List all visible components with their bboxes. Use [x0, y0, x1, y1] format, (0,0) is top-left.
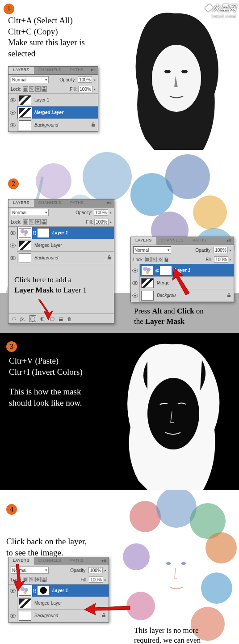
fill-input[interactable]: 100%: [89, 576, 103, 583]
fill-input[interactable]: 100%: [78, 86, 92, 92]
lock-position-icon[interactable]: ✥: [158, 257, 163, 262]
visibility-toggle-icon[interactable]: [8, 94, 17, 106]
step-1-instructions: Cltr+A (Select All) Cltr+C (Copy) Make s…: [8, 15, 85, 59]
lock-transparency-icon[interactable]: ▦: [23, 219, 28, 225]
opacity-input[interactable]: 100%: [78, 76, 92, 83]
visibility-toggle-icon[interactable]: [8, 106, 17, 119]
add-mask-icon[interactable]: ◯: [29, 315, 36, 322]
panel-menu-icon[interactable]: ▾≡: [88, 67, 98, 74]
visibility-toggle-icon[interactable]: [8, 252, 17, 264]
watercolor-portrait-image: [105, 490, 239, 644]
tab-channels[interactable]: CHANNELS: [34, 557, 66, 565]
visibility-toggle-icon[interactable]: [131, 264, 140, 277]
layer-row[interactable]: Merged Layer: [8, 239, 114, 252]
step-3-instructions: Cltr+V (Paste) Cltr+I (Invert Colors) Th…: [9, 356, 83, 409]
layer-thumbnail[interactable]: [19, 95, 31, 105]
inverted-mask-image: [103, 333, 239, 490]
layer-thumbnail[interactable]: [141, 278, 154, 288]
lock-all-icon[interactable]: [164, 257, 169, 262]
panel-menu-icon[interactable]: ▾≡: [224, 237, 234, 245]
svg-point-23: [205, 532, 237, 564]
lock-position-icon[interactable]: ✥: [35, 219, 41, 225]
lock-pixels-icon[interactable]: ✎: [29, 219, 34, 225]
lock-icon: [107, 255, 114, 260]
lock-pixels-icon[interactable]: ✎: [151, 257, 157, 262]
step-3-badge: 3: [6, 341, 17, 352]
layer-row[interactable]: Background: [8, 252, 114, 264]
layer-thumbnail[interactable]: [19, 598, 31, 608]
mask-link-icon[interactable]: ⛓: [33, 589, 36, 593]
step-4-badge: 4: [6, 504, 17, 515]
fill-input[interactable]: 100%: [214, 256, 228, 263]
tab-channels[interactable]: CHANNELS: [34, 67, 66, 74]
layer-row[interactable]: Background: [8, 119, 98, 131]
layer-thumbnail[interactable]: [141, 291, 154, 301]
blend-mode-select[interactable]: Normal: [11, 209, 49, 216]
step-2-badge: 2: [8, 178, 19, 189]
visibility-toggle-icon[interactable]: [131, 289, 140, 302]
svg-point-25: [201, 572, 232, 604]
lock-transparency-icon[interactable]: ▦: [23, 86, 28, 92]
visibility-toggle-icon[interactable]: [8, 610, 17, 622]
tab-layers[interactable]: LAYERS: [131, 237, 156, 245]
step-4-note: This layer is no more required, we can e…: [134, 626, 201, 644]
new-layer-icon[interactable]: ⬓: [59, 316, 63, 322]
opacity-input[interactable]: 100%: [214, 247, 228, 253]
visibility-toggle-icon[interactable]: [8, 239, 17, 252]
visibility-toggle-icon[interactable]: [131, 277, 140, 289]
opacity-input[interactable]: 100%: [88, 567, 103, 573]
svg-point-4: [152, 45, 201, 112]
panel-menu-icon[interactable]: ▾≡: [105, 199, 114, 207]
tab-channels[interactable]: CHANNELS: [34, 199, 66, 207]
layer-thumbnail[interactable]: [19, 228, 31, 238]
mask-link-icon[interactable]: ⛓: [33, 231, 36, 235]
lock-all-icon[interactable]: [42, 577, 47, 582]
lock-icon: [227, 293, 234, 298]
step-2-right-instructions: Press Alt and Click on the Layer Mask: [134, 306, 204, 327]
opacity-flyout-icon[interactable]: ▸: [94, 78, 96, 82]
lock-transparency-icon[interactable]: ▦: [145, 257, 151, 262]
lock-position-icon[interactable]: ✥: [35, 86, 41, 92]
blend-mode-select[interactable]: Normal: [133, 246, 171, 254]
layer-mask-thumbnail[interactable]: [37, 228, 50, 238]
tab-layers[interactable]: LAYERS: [8, 67, 34, 74]
layer-row-selected[interactable]: ⛓ Layer 1: [8, 227, 114, 239]
visibility-toggle-icon[interactable]: [8, 227, 17, 239]
layer-row-selected[interactable]: Merged Layer: [8, 106, 98, 119]
svg-point-29: [166, 562, 171, 565]
fill-flyout-icon[interactable]: ▸: [94, 87, 96, 91]
mask-link-icon[interactable]: ⛓: [155, 268, 159, 273]
blend-mode-select[interactable]: Normal: [11, 76, 49, 83]
fill-input[interactable]: 100%: [94, 219, 109, 225]
layer-thumbnail[interactable]: [19, 120, 31, 130]
opacity-input[interactable]: 100%: [94, 209, 108, 216]
lock-icon: [91, 123, 98, 127]
portrait-bw-image: [109, 0, 239, 150]
visibility-toggle-icon[interactable]: [8, 597, 17, 610]
tab-paths[interactable]: PATHS: [188, 237, 210, 245]
step-1-section: ◆火星网 hxsd.com 1 Cltr+A (Select All) Cltr…: [0, 0, 239, 150]
tab-paths[interactable]: PATHS: [66, 67, 88, 74]
step-2-left-instructions: Click here to add a Layer Mask to Layer …: [14, 275, 87, 296]
layer-thumbnail[interactable]: [19, 611, 31, 621]
layer-thumbnail[interactable]: [19, 241, 31, 250]
tab-channels[interactable]: CHANNELS: [156, 237, 188, 245]
link-layers-icon[interactable]: ⬭: [12, 316, 16, 322]
layer-thumbnail[interactable]: [19, 253, 31, 263]
layers-panel-step1: LAYERS CHANNELS PATHS ▾≡ Normal Opacity:…: [8, 66, 98, 132]
delete-layer-icon[interactable]: 🗑: [67, 316, 72, 322]
tab-paths[interactable]: PATHS: [66, 199, 88, 207]
layer-thumbnail[interactable]: [19, 108, 31, 118]
tab-layers[interactable]: LAYERS: [8, 199, 34, 207]
fx-icon[interactable]: fx.: [20, 316, 25, 322]
lock-all-icon[interactable]: [42, 86, 47, 92]
layer-row[interactable]: Layer 1: [8, 94, 98, 106]
lock-all-icon[interactable]: [42, 219, 47, 225]
tab-paths[interactable]: PATHS: [66, 557, 88, 565]
layer-mask-thumbnail[interactable]: [37, 586, 50, 596]
visibility-toggle-icon[interactable]: [8, 119, 17, 131]
layer-thumbnail[interactable]: [141, 266, 154, 275]
lock-position-icon[interactable]: ✥: [35, 577, 41, 582]
panel-menu-icon[interactable]: ▾≡: [99, 557, 109, 565]
lock-pixels-icon[interactable]: ✎: [29, 86, 34, 92]
